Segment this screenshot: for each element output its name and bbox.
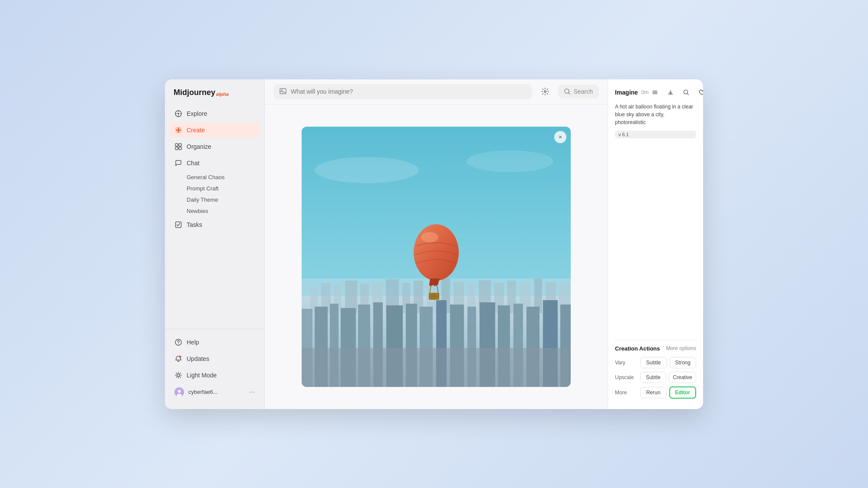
svg-point-15 [177,374,180,377]
panel-download-button[interactable] [664,86,677,98]
upscale-row: Upscale Subtle Creative [615,372,696,383]
creation-actions-title: Creation Actions [615,345,660,352]
logo-text: Midjourney [174,88,215,97]
more-label: More [615,390,638,396]
sidebar-item-help[interactable]: Help [169,334,260,350]
logo-alpha: alpha [216,92,229,97]
panel-footer: Creation Actions More options Vary Subtl… [615,340,696,402]
panel-menu-icon [652,89,658,95]
svg-point-25 [467,151,553,172]
panel-search-icon [683,89,689,95]
search-label: Search [574,88,593,95]
download-icon [667,89,674,95]
svg-point-67 [414,224,459,281]
username: cyberfae6... [188,389,245,395]
panel-title: Imagine [615,89,638,96]
chat-icon [174,159,182,167]
user-menu-dots[interactable]: ··· [249,388,255,396]
panel-header: Imagine 0m [615,86,696,98]
svg-rect-66 [302,348,571,387]
logo: Midjourney alpha [165,88,264,106]
avatar [174,387,184,397]
right-panel: Imagine 0m [608,79,703,409]
svg-point-17 [178,390,181,393]
panel-icons [649,86,703,98]
close-image-button[interactable]: × [554,131,566,143]
help-icon [174,338,182,346]
sidebar-item-light-mode[interactable]: Light Mode [169,367,260,383]
svg-rect-7 [175,144,178,146]
sidebar-item-updates-label: Updates [187,355,209,362]
vary-row: Vary Subtle Strong [615,357,696,368]
topbar: Search [265,79,608,105]
image-icon [279,88,286,96]
updates-icon [174,355,182,363]
upscale-subtle-button[interactable]: Subtle [640,372,666,383]
search-icon [564,88,570,95]
grid-icon [174,143,182,151]
tasks-icon [174,221,182,229]
panel-time: 0m [641,89,649,95]
svg-line-22 [569,93,570,94]
svg-point-68 [421,232,438,242]
sidebar-item-create-label: Create [187,127,205,134]
more-row: More Rerun Editor [615,386,696,399]
sidebar-item-light-mode-label: Light Mode [187,372,217,379]
sidebar-item-chat-label: Chat [187,160,200,167]
prompt-input-area[interactable] [273,84,532,99]
panel-search-button[interactable] [680,86,692,98]
svg-rect-9 [175,147,178,150]
search-button[interactable]: Search [558,85,599,98]
vary-label: Vary [615,360,638,366]
sidebar-item-tasks[interactable]: Tasks [169,217,260,233]
svg-rect-10 [179,147,181,150]
image-area: × [265,105,608,409]
chat-child-prompt-craft[interactable]: Prompt Craft [181,183,260,194]
generated-image: × [302,127,571,387]
sidebar-bottom: Help Updates [165,329,264,400]
chat-children: General Chaos Prompt Craft Daily Theme N… [181,172,260,216]
settings-icon-btn[interactable] [537,84,553,99]
creation-actions-header: Creation Actions More options [615,345,696,352]
create-icon [174,126,182,134]
svg-point-1 [178,113,179,115]
more-options-button[interactable]: More options [666,345,696,351]
sidebar: Midjourney alpha Explore [165,79,265,409]
prompt-input[interactable] [291,88,526,95]
sidebar-item-chat[interactable]: Chat [169,155,260,171]
sun-icon [174,371,182,379]
settings-icon [541,88,549,95]
sidebar-item-organize[interactable]: Organize [169,139,260,154]
svg-rect-8 [179,144,181,146]
upscale-creative-button[interactable]: Creative [669,372,696,383]
svg-point-24 [315,157,419,183]
svg-rect-11 [176,222,181,227]
prompt-text: A hot air balloon floating in a clear bl… [615,103,696,126]
sidebar-item-updates[interactable]: Updates [169,351,260,367]
chat-child-newbies[interactable]: Newbies [181,206,260,216]
sidebar-item-explore[interactable]: Explore [169,106,260,121]
vary-strong-button[interactable]: Strong [670,357,697,368]
chat-child-general-chaos[interactable]: General Chaos [181,172,260,183]
editor-button[interactable]: Editor [669,386,697,399]
compass-icon [174,110,182,118]
panel-heart-button[interactable] [696,86,703,98]
sidebar-item-organize-label: Organize [187,143,211,150]
svg-point-14 [179,356,181,358]
sidebar-item-create[interactable]: Create [169,122,260,138]
user-row[interactable]: cyberfae6... ··· [169,384,260,400]
app-window: Midjourney alpha Explore [165,79,703,409]
svg-line-78 [687,93,688,95]
sidebar-item-help-label: Help [187,339,199,346]
vary-subtle-button[interactable]: Subtle [640,357,667,368]
svg-rect-19 [280,88,286,94]
sidebar-item-explore-label: Explore [187,110,207,117]
svg-point-13 [178,344,179,344]
main-content: Search × [265,79,608,409]
chat-child-daily-theme[interactable]: Daily Theme [181,194,260,205]
rerun-button[interactable]: Rerun [640,387,667,398]
nav-items: Explore Create [165,106,264,325]
version-badge: v 6.1 [615,131,696,138]
upscale-label: Upscale [615,374,638,380]
panel-menu-button[interactable] [649,86,661,98]
